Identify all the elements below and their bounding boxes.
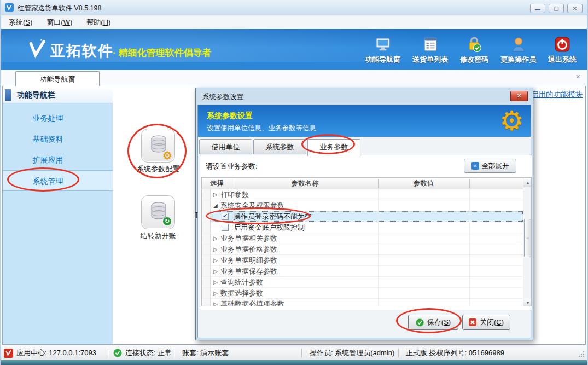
row-indicator — [202, 211, 211, 222]
dialog-tab[interactable]: 系统参数 — [253, 139, 306, 154]
param-group-row[interactable]: ▷基础数据必填项参数 — [202, 299, 523, 306]
group-label: 数据选择参数 — [220, 288, 263, 298]
checkbox[interactable] — [222, 213, 229, 220]
dialog-client: 系统参数设置 设置使用单位信息、业务参数等信息 ⚙ 使用单位系统参数业务参数 请… — [197, 105, 531, 338]
resize-grip-icon[interactable] — [578, 350, 585, 357]
status-text: 正式版 授权序列号: 051696989 — [406, 348, 504, 358]
row-indicator — [202, 222, 211, 233]
group-label: 系统安全及权限参数 — [220, 201, 284, 211]
dialog-tab[interactable]: 使用单位 — [199, 139, 252, 154]
column-header-select[interactable]: 选择 — [202, 178, 232, 189]
params-table: 选择 参数名称 参数值 ▷打印参数◢系统安全及权限参数操作员登录密码不能为空启用… — [201, 177, 532, 306]
row-indicator — [202, 299, 211, 306]
close-x-icon — [469, 318, 476, 326]
window-border-left — [0, 0, 1, 365]
row-indicator — [202, 277, 211, 287]
expand-icon[interactable]: ▷ — [213, 192, 220, 198]
expand-all-icon: « — [471, 162, 479, 170]
collapse-icon[interactable]: ◢ — [213, 202, 220, 208]
param-group-row[interactable]: ▷业务单据保存参数 — [202, 266, 523, 277]
sidebar-nav: 业务处理基础资料扩展应用系统管理 — [3, 103, 113, 344]
group-label: 业务单据保存参数 — [220, 266, 277, 276]
scroll-up-icon[interactable]: ▲ — [523, 178, 532, 187]
window-title: 红管家送货单软件 V8.5.198 — [18, 4, 102, 13]
close-icon[interactable]: ✕ — [567, 4, 583, 13]
dialog-banner: 系统参数设置 设置使用单位信息、业务参数等信息 ⚙ — [198, 105, 531, 137]
system-params-dialog: 系统参数设置 ✕ 系统参数设置 设置使用单位信息、业务参数等信息 ⚙ 使用单位系… — [195, 88, 533, 340]
expand-icon[interactable]: ▷ — [213, 279, 220, 285]
toolbar-monitor-icon[interactable]: 功能导航窗 — [362, 36, 403, 65]
banner-toolbar: 功能导航窗送货单列表修改密码更换操作员退出系统 — [362, 36, 579, 65]
monitor-icon — [375, 36, 391, 53]
toolbar-power-icon[interactable]: 退出系统 — [545, 36, 579, 65]
status-segment: 应用中心: 127.0.0.1:7093 — [4, 345, 96, 361]
menu-item[interactable]: 系统(S) — [9, 18, 32, 27]
shortcut-carry-forward[interactable]: ↻ 结转新开账 — [135, 195, 181, 241]
expand-icon[interactable]: ▷ — [213, 235, 220, 241]
vertical-scrollbar[interactable]: ▲ ≡ ▼ — [523, 178, 532, 306]
expand-icon[interactable]: ▷ — [213, 268, 220, 274]
dialog-close-icon[interactable]: ✕ — [510, 91, 528, 101]
status-divider — [174, 349, 174, 357]
sidebar-item[interactable]: 基础资料 — [3, 129, 113, 149]
sidebar-item[interactable]: 扩展应用 — [3, 149, 113, 170]
param-item-row[interactable]: 操作员登录密码不能为空 — [202, 211, 523, 222]
operator-icon — [510, 36, 527, 53]
expand-icon[interactable]: ▷ — [213, 257, 220, 263]
save-button[interactable]: 保存(S) — [408, 315, 458, 330]
params-prompt: 请设置业务参数: — [206, 161, 258, 171]
dialog-banner-title: 系统参数设置 — [207, 111, 253, 121]
database-refresh-icon: ↻ — [141, 195, 175, 229]
app-logo-icon — [4, 349, 13, 358]
tab-function-navigator[interactable]: 功能导航窗 — [15, 71, 100, 86]
column-header-value[interactable]: 参数值 — [378, 178, 469, 189]
param-group-row[interactable]: ▷业务单据价格参数 — [202, 244, 523, 255]
sidebar-accent-bar — [5, 89, 11, 101]
param-item-row[interactable]: 启用资金账户权限控制 — [202, 222, 523, 233]
maximize-icon[interactable]: ▢ — [549, 4, 564, 13]
sidebar-header: 功能导航栏 — [3, 87, 113, 103]
scroll-down-icon[interactable]: ▼ — [523, 298, 532, 306]
lock-check-icon — [466, 36, 482, 53]
param-table-rows: ▷打印参数◢系统安全及权限参数操作员登录密码不能为空启用资金账户权限控制▷业务单… — [202, 189, 523, 306]
param-group-row[interactable]: ▷业务单据相关参数 — [202, 233, 523, 244]
enabled-modules-link[interactable]: 启用的功能模块 — [531, 90, 583, 100]
menu-item[interactable]: 窗口(W) — [46, 18, 72, 27]
toolbar-delivery-list-icon[interactable]: 送货单列表 — [410, 36, 451, 65]
param-group-row[interactable]: ▷打印参数 — [202, 189, 523, 200]
status-divider — [398, 349, 399, 357]
param-group-row[interactable]: ▷查询统计参数 — [202, 277, 523, 288]
sidebar-item[interactable]: 业务处理 — [3, 108, 113, 129]
dialog-banner-subtitle: 设置使用单位信息、业务参数等信息 — [207, 124, 316, 133]
param-group-row[interactable]: ◢系统安全及权限参数 — [202, 200, 523, 211]
shortcut-system-params[interactable]: ⚙ 系统参数配置 — [135, 129, 181, 174]
group-label: 业务单据明细参数 — [220, 256, 277, 265]
expand-icon[interactable]: ▷ — [213, 301, 220, 306]
toolbar-operator-icon[interactable]: 更换操作员 — [498, 36, 539, 65]
business-params-panel: 请设置业务参数: « 全部展开 选择 参数名称 参数值 ▷打印参数◢系统安全及权… — [200, 155, 532, 310]
shortcut-label: 结转新开账 — [141, 231, 176, 241]
status-segment: 账套: 演示账套 — [182, 345, 229, 361]
menu-item[interactable]: 帮助(H) — [86, 18, 110, 27]
status-divider — [301, 349, 302, 357]
param-group-row[interactable]: ▷业务单据明细参数 — [202, 255, 523, 266]
expand-icon[interactable]: ▷ — [213, 290, 220, 296]
expand-icon[interactable]: ▷ — [213, 246, 220, 252]
minimize-icon[interactable]: ▬ — [530, 4, 545, 13]
param-group-row[interactable]: ▷数据选择参数 — [202, 288, 523, 299]
group-label: 基础数据必填项参数 — [220, 299, 284, 307]
status-bar: 应用中心: 127.0.0.1:7093连接状态: 正常账套: 演示账套操作员:… — [0, 345, 588, 360]
close-button[interactable]: 关闭(C) — [462, 315, 510, 330]
app-logo-icon — [5, 3, 14, 12]
tabstrip-close-icon[interactable]: × — [576, 72, 580, 81]
column-header-name[interactable]: 参数名称 — [232, 178, 378, 189]
scrollbar-thumb[interactable]: ≡ — [524, 219, 532, 257]
status-text: 操作员: 系统管理员(admin) — [310, 348, 394, 358]
expand-all-button[interactable]: « 全部展开 — [464, 159, 516, 173]
app-window: 红管家送货单软件 V8.5.198 ▬ ▢ ✕ 系统(S)窗口(W)帮助(H) … — [0, 0, 588, 365]
sidebar-item[interactable]: 系统管理 — [3, 170, 113, 191]
checkbox[interactable] — [222, 224, 229, 231]
toolbar-lock-check-icon[interactable]: 修改密码 — [457, 36, 491, 65]
shortcut-label: 系统参数配置 — [137, 164, 179, 174]
dialog-tab[interactable]: 业务参数 — [307, 139, 360, 156]
